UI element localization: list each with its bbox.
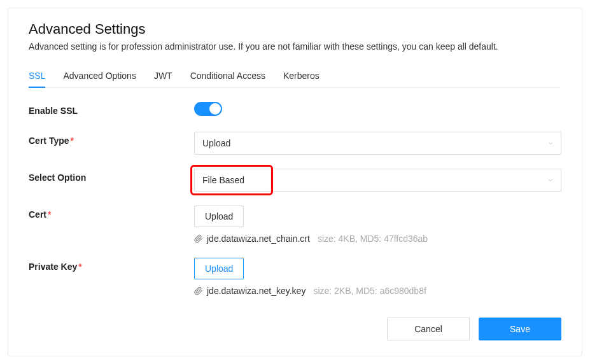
select-option-wrap: File Based xyxy=(194,169,561,192)
select-cert-type-value: Upload xyxy=(202,138,230,148)
label-enable-ssl: Enable SSL xyxy=(29,102,194,116)
required-marker: * xyxy=(78,262,81,272)
page-title: Advanced Settings xyxy=(29,21,561,38)
row-cert: Cert* Upload jde.datawiza.net_chain.crt … xyxy=(29,206,561,244)
chevron-down-icon xyxy=(547,176,554,184)
private-key-file-info: jde.datawiza.net_key.key size: 2KB, MD5:… xyxy=(194,286,561,296)
row-private-key: Private Key* Upload jde.datawiza.net_key… xyxy=(29,258,561,296)
label-private-key-text: Private Key xyxy=(29,262,77,272)
label-private-key: Private Key* xyxy=(29,258,194,272)
private-key-file-meta: size: 2KB, MD5: a6c980db8f xyxy=(313,286,426,296)
tab-conditional-access[interactable]: Conditional Access xyxy=(190,67,265,87)
label-cert-type: Cert Type* xyxy=(29,132,194,146)
tab-kerberos[interactable]: Kerberos xyxy=(283,67,320,87)
paperclip-icon xyxy=(194,286,203,295)
advanced-settings-panel: Advanced Settings Advanced setting is fo… xyxy=(8,8,582,356)
select-select-option[interactable]: File Based xyxy=(194,169,561,192)
toggle-enable-ssl[interactable] xyxy=(194,102,222,116)
row-cert-type: Cert Type* Upload xyxy=(29,132,561,155)
page: Advanced Settings Advanced setting is fo… xyxy=(0,0,590,364)
cert-file-meta: size: 4KB, MD5: 47ffcd36ab xyxy=(318,234,428,244)
cert-file-info: jde.datawiza.net_chain.crt size: 4KB, MD… xyxy=(194,234,561,244)
row-enable-ssl: Enable SSL xyxy=(29,102,561,118)
cancel-button[interactable]: Cancel xyxy=(387,318,470,340)
private-key-file-name: jde.datawiza.net_key.key xyxy=(207,286,306,296)
ssl-form: Enable SSL Cert Type* Upload xyxy=(29,102,561,296)
tab-ssl[interactable]: SSL xyxy=(29,67,45,87)
label-cert: Cert* xyxy=(29,206,194,220)
chevron-down-icon xyxy=(547,139,554,147)
tab-jwt[interactable]: JWT xyxy=(154,67,172,87)
paperclip-icon xyxy=(194,234,203,243)
upload-cert-button[interactable]: Upload xyxy=(194,206,244,227)
row-select-option: Select Option File Based xyxy=(29,169,561,192)
select-select-option-value: File Based xyxy=(202,175,244,185)
footer-actions: Cancel Save xyxy=(387,318,561,340)
tabs: SSL Advanced Options JWT Conditional Acc… xyxy=(29,67,561,88)
required-marker: * xyxy=(48,209,51,220)
toggle-knob xyxy=(209,103,221,115)
label-cert-text: Cert xyxy=(29,209,46,220)
required-marker: * xyxy=(71,136,74,146)
select-cert-type[interactable]: Upload xyxy=(194,132,561,155)
tab-advanced-options[interactable]: Advanced Options xyxy=(63,67,136,87)
cert-file-name: jde.datawiza.net_chain.crt xyxy=(207,234,310,244)
label-select-option: Select Option xyxy=(29,169,194,183)
upload-private-key-button[interactable]: Upload xyxy=(194,258,244,279)
save-button[interactable]: Save xyxy=(479,318,561,340)
page-subtitle: Advanced setting is for profession admin… xyxy=(29,41,561,52)
label-cert-type-text: Cert Type xyxy=(29,136,69,146)
